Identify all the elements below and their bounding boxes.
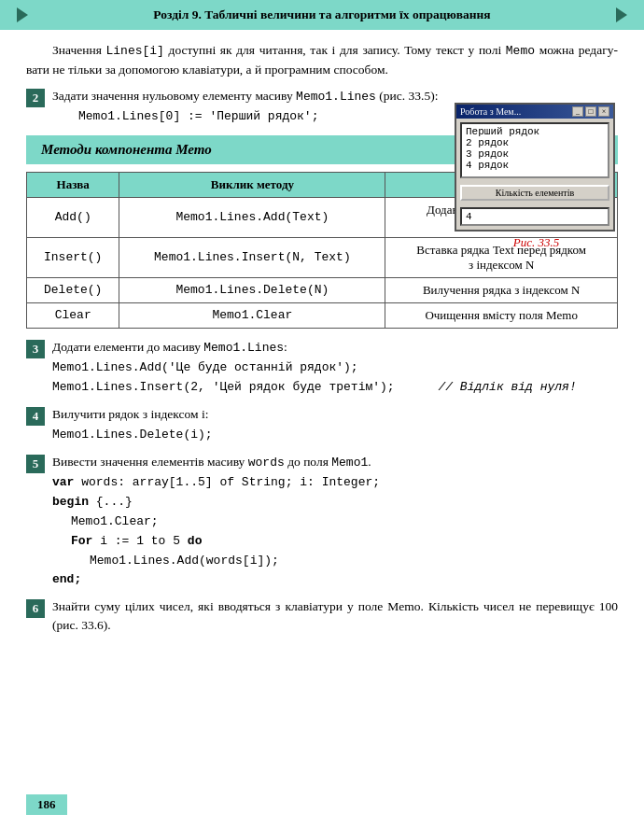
method-name-insert: Insert() [27, 237, 119, 277]
task-num-3: 3 [26, 340, 45, 358]
header-bar: Розділ 9. Табличні величини та алгоритми… [0, 0, 644, 30]
task-num-4: 4 [26, 407, 45, 426]
task-content-3: Додати елементи до масиву Memo1.Lines: M… [52, 338, 618, 398]
task5-line2: begin {...} [52, 493, 618, 512]
method-call-delete: Memo1.Lines.Delete(N) [119, 277, 385, 302]
section-heading-text: Методи компонента Мето [41, 142, 212, 157]
task2-code-text: Memo1.Lines[0] := 'Перший рядок'; [78, 109, 318, 123]
task5-line6: end; [52, 570, 618, 590]
task-block-4: 4 Вилучити рядок з індексом і: Memo1.Lin… [26, 405, 618, 445]
fig-caption: Рис. 33.5 [455, 235, 618, 250]
fig-btn-row: Кількість елементів [456, 182, 613, 203]
figure-33-5: Робота з Мем... _ □ × Перший рядок 2 ряд… [455, 103, 618, 250]
fig-line-3: 3 рядок [466, 148, 604, 160]
maximize-icon: □ [585, 106, 596, 117]
method-call-add: Memo1.Lines.Add(Text) [119, 197, 385, 237]
task-content-6: Знайти суму цілих чисел, які вводяться з… [52, 597, 618, 636]
task-block-3: 3 Додати елементи до масиву Memo1.Lines:… [26, 338, 618, 398]
intro-paragraph: Значення Lines[i] доступні як для читанн… [26, 41, 618, 79]
task2-text: Задати значення нульовому елементу масив… [52, 89, 438, 103]
task-block-5: 5 Вивести значення елементів масиву word… [26, 453, 618, 590]
fig-line-4: 4 рядок [466, 160, 604, 171]
header-title: Розділ 9. Табличні величини та алгоритми… [153, 7, 490, 22]
fig-result-value: 4 [466, 211, 472, 222]
task5-line3: Memo1.Clear; [52, 512, 618, 532]
fig-titlebar: Робота з Мем... _ □ × [456, 105, 613, 119]
task5-code: var words: array[1..5] of String; i: Int… [52, 473, 618, 590]
fig-result-box: 4 [460, 207, 609, 226]
method-name-delete: Delete() [27, 277, 119, 302]
col-header-call: Виклик методу [119, 172, 385, 197]
fig-count-button[interactable]: Кількість елементів [460, 185, 609, 201]
task6-text: Знайти суму цілих чисел, які вводяться з… [52, 599, 618, 632]
task3-code: Memo1.Lines.Add('Це буде останній рядок'… [52, 358, 618, 398]
task4-text: Вилучити рядок з індексом і: [52, 407, 208, 421]
task-num-6: 6 [26, 599, 45, 618]
inline-code-lines: Lines[i] [106, 44, 164, 58]
table-row-delete: Delete() Memo1.Lines.Delete(N) Вилучення… [27, 277, 618, 302]
task4-code-text: Memo1.Lines.Delete(i); [52, 428, 213, 442]
fig-line-1: Перший рядок [466, 126, 604, 137]
fig-titlebar-buttons: _ □ × [572, 106, 609, 117]
close-icon: × [598, 106, 609, 117]
task-block-6: 6 Знайти суму цілих чисел, які вводяться… [26, 597, 618, 636]
method-call-clear: Memo1.Clear [119, 302, 385, 328]
task-num-5: 5 [26, 455, 45, 473]
task-content-4: Вилучити рядок з індексом і: Memo1.Lines… [52, 405, 618, 445]
fig-line-2: 2 рядок [466, 137, 604, 148]
task3-code-line1: Memo1.Lines.Add('Це буде останній рядок'… [52, 358, 618, 378]
minimize-icon: _ [572, 106, 583, 117]
method-call-insert: Memo1.Lines.Insert(N, Text) [119, 237, 385, 277]
method-desc-clear: Очищення вмісту поля Memo [385, 302, 618, 328]
fig-window-title: Робота з Мем... [460, 106, 521, 117]
task4-code: Memo1.Lines.Delete(i); [52, 426, 618, 445]
task3-text: Додати елементи до масиву Memo1.Lines: [52, 340, 287, 354]
left-arrow-icon [17, 7, 28, 22]
page-number: 186 [26, 794, 67, 815]
inline-code-memo: Memo [506, 44, 535, 58]
col-header-name: Назва [27, 172, 119, 197]
table-row-clear: Clear Memo1.Clear Очищення вмісту поля M… [27, 302, 618, 328]
method-name-add: Add() [27, 197, 119, 237]
method-name-clear: Clear [27, 302, 119, 328]
method-desc-delete: Вилучення рядка з індексом N [385, 277, 618, 302]
task5-line5: Memo1.Lines.Add(words[i]); [52, 552, 618, 571]
task-num-2: 2 [26, 89, 45, 107]
fig-window: Робота з Мем... _ □ × Перший рядок 2 ряд… [455, 103, 615, 232]
task-content-5: Вивести значення елементів масиву words … [52, 453, 618, 590]
fig-memo-box: Перший рядок 2 рядок 3 рядок 4 рядок [460, 122, 609, 178]
right-arrow-icon [616, 7, 627, 22]
task5-line4: For i := 1 to 5 do [52, 532, 618, 552]
task3-code-line2: Memo1.Lines.Insert(2, 'Цей рядок буде тр… [52, 378, 618, 398]
task5-text: Вивести значення елементів масиву words … [52, 455, 371, 469]
task5-line1: var words: array[1..5] of String; i: Int… [52, 473, 618, 493]
